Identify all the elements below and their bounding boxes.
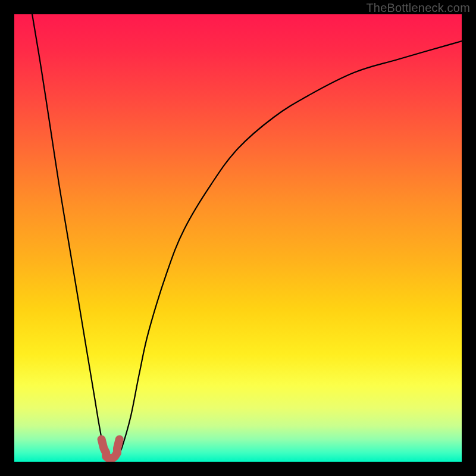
sweet-spot-marker (102, 439, 120, 458)
chart-svg-layer (14, 14, 462, 462)
watermark-text: TheBottleneck.com (366, 1, 470, 15)
bottleneck-curve-path (32, 14, 462, 459)
chart-plot-area (14, 14, 462, 462)
